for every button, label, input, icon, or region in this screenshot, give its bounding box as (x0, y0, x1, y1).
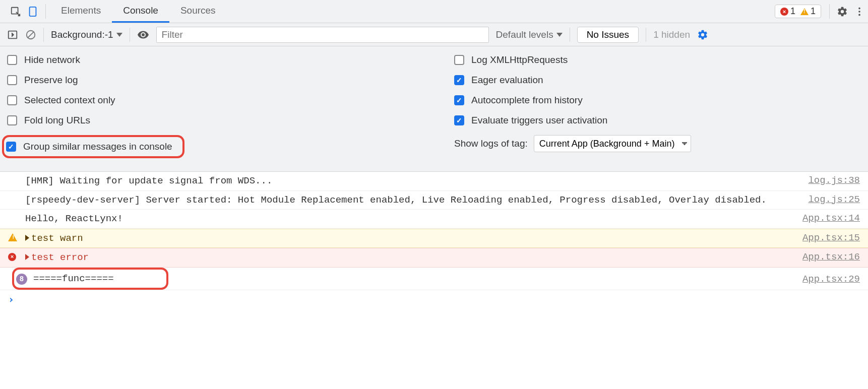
show-logs-label: Show logs of tag: (454, 138, 528, 149)
tab-console[interactable]: Console (112, 0, 169, 23)
preserve-log-label: Preserve log (24, 75, 78, 86)
tab-elements[interactable]: Elements (50, 0, 112, 23)
log-message: test error (25, 250, 792, 265)
chevron-down-icon (556, 33, 563, 37)
disclosure-triangle-icon[interactable] (25, 235, 29, 241)
live-expression-icon[interactable] (137, 29, 149, 41)
svg-point-3 (858, 11, 860, 13)
log-source-link[interactable]: App.tsx:14 (792, 212, 860, 224)
kebab-menu-icon[interactable] (851, 0, 868, 23)
disclosure-triangle-icon[interactable] (25, 254, 29, 260)
log-xhr-label: Log XMLHttpRequests (471, 54, 568, 66)
repeat-count-badge: 8 (16, 274, 27, 285)
hidden-count: 1 hidden (653, 29, 690, 40)
log-message: [rspeedy-dev-server] Server started: Hot… (25, 193, 798, 208)
log-row[interactable]: [HMR] Waiting for update signal from WDS… (0, 172, 868, 191)
console-settings-panel: Hide network Preserve log Selected conte… (0, 46, 868, 172)
toggle-drawer-icon[interactable] (7, 29, 18, 40)
error-icon: × (780, 8, 788, 16)
group-similar-label: Group similar messages in console (23, 141, 172, 152)
issues-button[interactable]: No Issues (577, 27, 639, 43)
eager-eval-label: Eager evaluation (471, 75, 543, 86)
error-icon: × (8, 253, 16, 261)
log-xhr-checkbox[interactable]: Log XMLHttpRequests (454, 54, 861, 66)
log-message: test warn (25, 231, 792, 246)
svg-line-7 (28, 31, 34, 38)
gear-icon[interactable] (834, 0, 851, 23)
svg-point-2 (858, 7, 860, 9)
warning-icon (8, 233, 17, 241)
prompt-chevron-icon: › (8, 293, 14, 305)
console-prompt[interactable]: › (0, 290, 868, 308)
chevron-down-icon (116, 33, 122, 37)
hide-network-label: Hide network (24, 54, 80, 66)
error-count: 1 (790, 6, 795, 17)
tab-sources[interactable]: Sources (169, 0, 227, 23)
console-output: [HMR] Waiting for update signal from WDS… (0, 172, 868, 290)
selected-context-only-label: Selected context only (24, 95, 115, 106)
console-settings-gear-icon[interactable] (697, 29, 708, 40)
fold-long-urls-checkbox[interactable]: Fold long URLs (7, 115, 414, 126)
autocomplete-history-label: Autocomplete from history (471, 95, 583, 106)
svg-rect-1 (30, 7, 36, 16)
filter-input[interactable] (156, 27, 489, 43)
autocomplete-history-checkbox[interactable]: Autocomplete from history (454, 95, 861, 106)
warning-icon (800, 8, 809, 15)
clear-console-icon[interactable] (25, 29, 36, 40)
log-row[interactable]: Hello, ReactLynx!App.tsx:14 (0, 210, 868, 229)
log-source-link[interactable]: log.js:38 (798, 174, 860, 186)
log-source-link[interactable]: App.tsx:15 (792, 231, 860, 243)
context-label: Background:-1 (51, 29, 113, 40)
log-source-link[interactable]: log.js:25 (798, 193, 860, 205)
log-source-link[interactable]: App.tsx:29 (792, 273, 860, 285)
evaluate-triggers-label: Evaluate triggers user activation (471, 115, 607, 126)
selected-context-only-checkbox[interactable]: Selected context only (7, 95, 414, 106)
log-row[interactable]: test warnApp.tsx:15 (0, 229, 868, 248)
log-message: [HMR] Waiting for update signal from WDS… (25, 174, 798, 188)
log-row[interactable]: 8=====func===== (12, 268, 168, 290)
fold-long-urls-label: Fold long URLs (24, 115, 90, 126)
log-source-link[interactable]: App.tsx:16 (792, 250, 860, 263)
levels-label: Default levels (496, 29, 553, 40)
error-warning-pill[interactable]: × 1 1 (775, 5, 821, 18)
warning-count: 1 (811, 6, 816, 17)
evaluate-triggers-checkbox[interactable]: Evaluate triggers user activation (454, 115, 861, 126)
preserve-log-checkbox[interactable]: Preserve log (7, 75, 414, 86)
device-toggle-icon[interactable] (24, 0, 41, 23)
log-message: Hello, ReactLynx! (25, 212, 792, 226)
log-message: =====func===== (33, 272, 159, 286)
svg-point-4 (858, 14, 860, 16)
eager-eval-checkbox[interactable]: Eager evaluation (454, 75, 861, 86)
log-row[interactable]: [rspeedy-dev-server] Server started: Hot… (0, 191, 868, 210)
group-similar-checkbox[interactable]: Group similar messages in console (6, 141, 172, 152)
log-levels-selector[interactable]: Default levels (496, 29, 563, 40)
inspect-element-icon[interactable] (7, 0, 24, 23)
tag-select[interactable]: Current App (Background + Main) (534, 135, 691, 152)
hide-network-checkbox[interactable]: Hide network (7, 54, 414, 66)
context-selector[interactable]: Background:-1 (51, 29, 122, 40)
log-row[interactable]: ×test errorApp.tsx:16 (0, 248, 868, 268)
